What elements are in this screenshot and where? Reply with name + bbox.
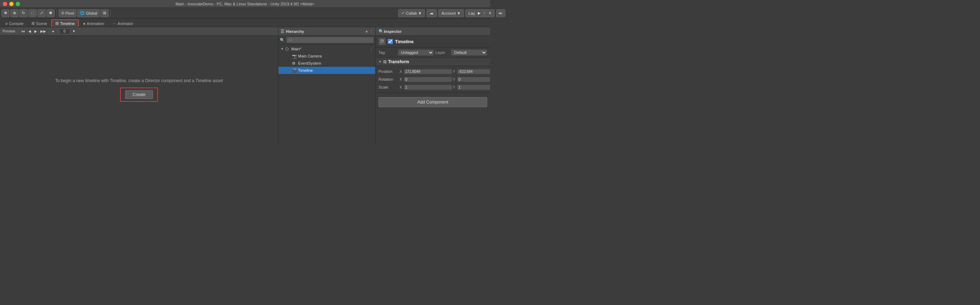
inspector-title: Inspector xyxy=(384,29,402,33)
camera-label: Main Camera xyxy=(298,54,322,58)
hierarchy-header-buttons: + ⋮ xyxy=(365,29,373,34)
hierarchy-search-bar: 🔍 xyxy=(278,36,375,44)
scale-xyz-group: X Y Z xyxy=(399,85,490,90)
rotation-y-input[interactable] xyxy=(457,77,490,82)
timeline-content: To begin a new timeline with Timeline, c… xyxy=(0,36,278,144)
play-button[interactable]: ▶ xyxy=(475,9,484,17)
scale-x-label: X xyxy=(399,85,403,89)
pivot-button[interactable]: ⊙ Pivot xyxy=(59,9,76,17)
tree-item-main-camera[interactable]: 📷 Main Camera xyxy=(278,52,375,60)
position-x-input[interactable] xyxy=(404,69,452,74)
tag-label: Tag xyxy=(379,50,396,55)
collab-button[interactable]: ✓ Collab ▼ xyxy=(398,9,425,17)
timeline-options[interactable]: ▼ xyxy=(71,29,77,33)
position-y-item: Y xyxy=(453,69,490,74)
layer-dropdown[interactable]: Default xyxy=(451,49,487,56)
main-icon: ⬡ xyxy=(285,47,290,51)
pan-tool-button[interactable]: ⊕ xyxy=(10,9,19,17)
global-icon: 🌐 xyxy=(80,11,85,15)
pivot-icon: ⊙ xyxy=(61,11,64,15)
timeline-tree-label: Timeline xyxy=(298,68,313,73)
tag-dropdown[interactable]: Untagged xyxy=(398,49,434,56)
tabs-row: ≡ Console ⊞ Scene ⊟ Timeline ● Animation… xyxy=(0,19,490,27)
tab-console[interactable]: ≡ Console xyxy=(2,20,27,27)
rotation-label: Rotation xyxy=(379,77,398,81)
add-component-button[interactable]: Add Component xyxy=(379,97,487,107)
scale-y-input[interactable] xyxy=(457,85,490,90)
create-button[interactable]: Create xyxy=(125,91,153,99)
timeline-icon: ⊟ xyxy=(56,21,59,26)
separator-2 xyxy=(110,10,111,17)
account-label: Account ▼ xyxy=(441,11,461,15)
move-tool-button[interactable]: ✥ xyxy=(2,9,10,17)
rotate-tool-button[interactable]: ↻ xyxy=(19,9,27,17)
position-label: Position xyxy=(379,69,398,73)
tab-scene[interactable]: ⊞ Scene xyxy=(27,20,51,27)
create-button-highlight: Create xyxy=(120,87,158,102)
tree-item-main[interactable]: ▼ ⬡ Main* ⋮ xyxy=(278,45,375,52)
global-button[interactable]: 🌐 Global xyxy=(77,9,100,17)
timeline-play[interactable]: ▶ xyxy=(33,29,38,33)
main-expand-arrow: ▼ xyxy=(280,47,284,51)
timeline-record[interactable]: ● xyxy=(51,29,56,33)
rotation-x-input[interactable] xyxy=(404,77,452,82)
add-hierarchy-button[interactable]: + xyxy=(365,29,368,34)
scale-x-item: X xyxy=(399,85,452,90)
custom-tool-button[interactable]: ✱ xyxy=(46,9,55,17)
timeline-next[interactable]: ▶▶ xyxy=(39,29,47,33)
pivot-label: Pivot xyxy=(65,11,74,15)
tag-row: Tag Untagged Layer Default xyxy=(379,49,487,56)
timeline-panel: Preview ⏮ ◀ ▶ ▶▶ ● ▼ To begin a new time… xyxy=(0,27,278,144)
minimize-button[interactable] xyxy=(9,2,14,6)
hierarchy-panel: ☰ Hierarchy + ⋮ 🔍 ▼ ⬡ Main* ⋮ 📷 xyxy=(278,27,375,144)
title-bar: Main - InnovateDemo - PC, Mac & Linux St… xyxy=(0,0,490,8)
scene-tab-label: Scene xyxy=(36,21,47,26)
close-button[interactable] xyxy=(3,2,7,6)
timeline-time-input[interactable] xyxy=(59,29,70,34)
eventsystem-label: EventSystem xyxy=(298,61,321,65)
transform-tool-button[interactable]: ⤢ xyxy=(38,9,46,17)
tree-item-eventsystem[interactable]: ⚙ EventSystem xyxy=(278,60,375,67)
timeline-prev[interactable]: ◀ xyxy=(27,29,32,33)
tree-item-timeline[interactable]: 🎬 Timeline xyxy=(278,67,375,74)
rotation-x-label: X xyxy=(399,78,403,81)
hierarchy-tree: ▼ ⬡ Main* ⋮ 📷 Main Camera ⚙ EventSystem xyxy=(278,44,375,144)
transform-header[interactable]: ▼ ⊞ Transform xyxy=(375,58,490,66)
component-name: Timeline xyxy=(395,39,414,44)
rotation-x-item: X xyxy=(399,77,452,82)
scale-x-input[interactable] xyxy=(404,85,452,90)
hierarchy-header: ☰ Hierarchy + ⋮ xyxy=(278,27,375,36)
separator-1 xyxy=(56,10,57,17)
main-options-icon[interactable]: ⋮ xyxy=(369,47,373,51)
play-controls: ▶ ⏸ ⏭ xyxy=(475,9,490,17)
pause-button[interactable]: ⏸ xyxy=(485,9,490,17)
rotation-y-item: Y xyxy=(453,77,490,82)
animator-tab-label: Animator xyxy=(118,21,133,26)
tab-timeline[interactable]: ⊟ Timeline xyxy=(51,19,79,27)
preview-label: Preview xyxy=(2,29,16,33)
position-y-input[interactable] xyxy=(457,69,490,74)
timeline-skip-start[interactable]: ⏮ xyxy=(21,29,26,33)
position-x-item: X xyxy=(399,69,452,74)
hierarchy-search-input[interactable] xyxy=(286,37,374,43)
timeline-tree-icon: 🎬 xyxy=(292,68,297,73)
inspector-panel: 🔍 Inspector ⏱ Timeline Tag Untagged Laye… xyxy=(375,27,490,144)
component-enabled-checkbox[interactable] xyxy=(388,39,393,44)
hierarchy-title: Hierarchy xyxy=(286,29,304,33)
tab-animator[interactable]: → Animator xyxy=(108,20,137,27)
cloud-button[interactable]: ☁ xyxy=(426,9,437,17)
account-button[interactable]: Account ▼ xyxy=(438,9,464,17)
rect-tool-button[interactable]: ⬚ xyxy=(28,9,37,17)
hierarchy-options-button[interactable]: ⋮ xyxy=(369,29,373,34)
tab-animation[interactable]: ● Animation xyxy=(79,20,108,27)
animation-tab-label: Animation xyxy=(87,21,104,26)
grid-button[interactable]: ⊞ xyxy=(100,9,109,17)
animation-icon: ● xyxy=(83,21,86,26)
scale-label: Scale xyxy=(379,85,398,89)
hierarchy-icon: ☰ xyxy=(280,29,285,34)
maximize-button[interactable] xyxy=(16,2,20,6)
rotation-xyz-group: X Y Z xyxy=(399,77,490,82)
eventsystem-icon: ⚙ xyxy=(292,61,297,66)
animator-icon: → xyxy=(112,21,116,26)
window-title: Main - InnovateDemo - PC, Mac & Linux St… xyxy=(175,2,314,6)
